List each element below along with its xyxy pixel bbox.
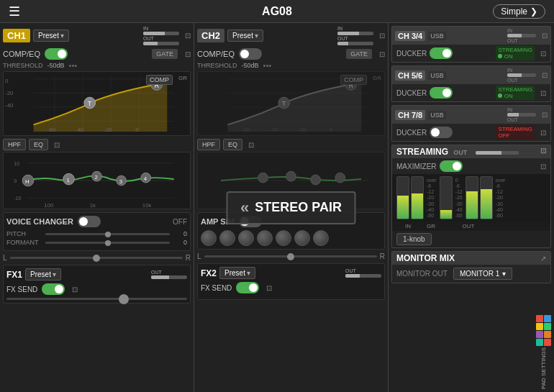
ch34-streaming-badge: STREAMING ON [496, 46, 535, 60]
pad-cell[interactable] [536, 315, 543, 322]
fx2-preset-button[interactable]: Preset ▾ [219, 267, 255, 279]
ch2-header: CH2 Preset ▾ IN OUT ⊡ [197, 26, 385, 45]
pad-grid [536, 315, 551, 346]
ch1-eq-button[interactable]: EQ [29, 139, 48, 150]
ch34-streaming-expand[interactable]: ⊡ [540, 50, 546, 58]
ch1-comp-expand-icon[interactable]: ⊡ [185, 50, 191, 58]
ch2-expand-icon[interactable]: ⊡ [379, 32, 385, 40]
knob-recall[interactable] [257, 230, 273, 246]
fx1-preset-button[interactable]: Preset ▾ [25, 268, 61, 281]
knob-output[interactable] [313, 230, 329, 246]
pad-cell[interactable] [536, 331, 543, 338]
fx1-expand-icon[interactable]: ⊡ [72, 286, 78, 293]
pad-settings[interactable]: PAD SETTINGS [536, 315, 551, 389]
knob-treble[interactable] [238, 230, 254, 246]
ch2-pan-r: R [380, 252, 385, 260]
ch1-in-bar [143, 32, 179, 35]
ch1-pan-row: L R [3, 254, 191, 262]
pad-cell[interactable] [544, 323, 551, 330]
svg-point-50 [311, 175, 321, 185]
pad-cell[interactable] [536, 339, 543, 346]
ch2-hpf-button[interactable]: HPF [197, 139, 220, 150]
ch1-eq-expand-icon[interactable]: ⊡ [54, 141, 60, 149]
ch78-expand-icon[interactable]: ⊡ [542, 111, 548, 119]
ch2-eq-expand-icon[interactable]: ⊡ [248, 141, 254, 149]
svg-text:1k: 1k [90, 202, 96, 209]
stereo-pair-label: STEREO PAIR [255, 200, 342, 215]
monitor-expand-icon[interactable]: ↗ [540, 255, 546, 263]
ch56-usb: USB [428, 71, 446, 80]
ch1-hpf-button[interactable]: HPF [3, 139, 26, 150]
fx2-label: FX2 [201, 268, 217, 278]
ch78-ducker-toggle[interactable] [430, 127, 453, 138]
ch1-expand-icon[interactable]: ⊡ [185, 32, 191, 40]
ch2-comp-expand-icon[interactable]: ⊡ [379, 50, 385, 58]
knob-mod[interactable] [276, 230, 291, 246]
fx2-expand-icon[interactable]: ⊡ [266, 284, 272, 292]
svg-text:100: 100 [44, 202, 54, 209]
amp-sim-knobs [201, 230, 381, 246]
ch78-ducker-row: DUCKER STREAMINGOFF ⊡ [392, 124, 550, 141]
meters-row: over-6-12-20-30-40-60 0-6-12-20-30-40-60 [392, 174, 550, 222]
fx1-label: FX1 [6, 270, 22, 280]
pad-cell[interactable] [544, 339, 551, 346]
one-knob-button[interactable]: 1-knob [396, 233, 432, 245]
ch1-preset-button[interactable]: Preset ▾ [33, 29, 69, 42]
knob-presence[interactable] [294, 230, 310, 246]
pitch-label: PITCH [6, 230, 42, 237]
ch56-expand-icon[interactable]: ⊡ [542, 71, 548, 79]
ch1-comp-badge[interactable]: COMP [146, 75, 173, 85]
ch56-header: CH 5/6 USB IN OUT ⊡ [392, 66, 550, 84]
ch2-comp-graph: COMP GR T R -60 -40 -20 0 [197, 71, 385, 136]
ch2-pan-slider[interactable] [204, 255, 377, 257]
ch1-preset-chevron: ▾ [60, 32, 64, 40]
fx2-in-out: OUT [345, 268, 381, 278]
ch1-eq-curve: H H 1 1 2 2 3 3 4 4 100 1k 10k 10 0 -10 [4, 152, 190, 209]
ch34-expand-icon[interactable]: ⊡ [542, 32, 548, 40]
menu-icon[interactable]: ☰ [9, 4, 20, 19]
ch56-label: CH 5/6 [395, 70, 425, 81]
simple-button[interactable]: Simple ❯ [493, 4, 545, 19]
streaming-expand-icon[interactable]: ⊡ [540, 147, 546, 155]
ch1-in-out: IN OUT [143, 26, 179, 45]
fx2-send-toggle[interactable] [236, 282, 259, 293]
streaming-block: STREAMING OUT ⊡ MAXIMIZER ⊡ [391, 145, 551, 248]
ch56-streaming-expand[interactable]: ⊡ [540, 89, 546, 97]
ch1-pan-slider[interactable] [10, 257, 183, 259]
streaming-label: STREAMING [396, 147, 448, 157]
maximizer-expand-icon[interactable]: ⊡ [540, 163, 546, 170]
voice-changer-toggle[interactable] [78, 216, 101, 227]
pad-cell[interactable] [544, 331, 551, 338]
ch34-ducker-toggle[interactable] [430, 47, 453, 59]
ch2-gate-button[interactable]: GATE [346, 49, 372, 59]
ch2-eq-button[interactable]: EQ [223, 139, 242, 150]
formant-slider[interactable] [45, 242, 170, 244]
ch1-comp-eq-toggle[interactable] [45, 48, 68, 60]
pitch-val: 0 [173, 230, 187, 237]
svg-text:-60: -60 [242, 127, 250, 133]
fx2-send-row: FX SEND ⊡ [201, 282, 381, 293]
ch2-preset-button[interactable]: Preset ▾ [227, 29, 263, 42]
ch34-ducker-label: DUCKER [396, 50, 427, 58]
svg-text:-10: -10 [14, 196, 21, 201]
monitor-select[interactable]: MONITOR 1 ▾ [453, 268, 512, 280]
fx1-send-slider[interactable] [6, 298, 187, 300]
svg-text:-20: -20 [104, 127, 112, 133]
ch56-ducker-toggle[interactable] [430, 87, 453, 99]
ch78-streaming-expand[interactable]: ⊡ [540, 129, 546, 137]
ch2-comp-eq-toggle[interactable] [239, 48, 262, 60]
fx2-section: FX2 Preset ▾ OUT FX SEND ⊡ [197, 263, 385, 300]
fx1-send-toggle[interactable] [42, 283, 65, 295]
voice-changer-off-badge: OFF [173, 218, 187, 226]
ch78-header: CH 7/8 USB IN OUT ⊡ [392, 106, 550, 124]
pad-cell[interactable] [536, 323, 543, 330]
main-layout: CH1 Preset ▾ IN OUT ⊡ COMP/EQ GATE ⊡ THR… [0, 23, 554, 392]
knob-low[interactable] [201, 230, 217, 246]
pitch-slider[interactable] [45, 233, 170, 235]
meter-in-r [411, 176, 424, 219]
pad-cell[interactable] [544, 315, 551, 322]
maximizer-toggle[interactable] [440, 160, 463, 172]
knob-mid[interactable] [219, 230, 235, 246]
ch1-threshold-val: -50dB [47, 62, 65, 69]
ch1-gate-button[interactable]: GATE [152, 49, 178, 59]
